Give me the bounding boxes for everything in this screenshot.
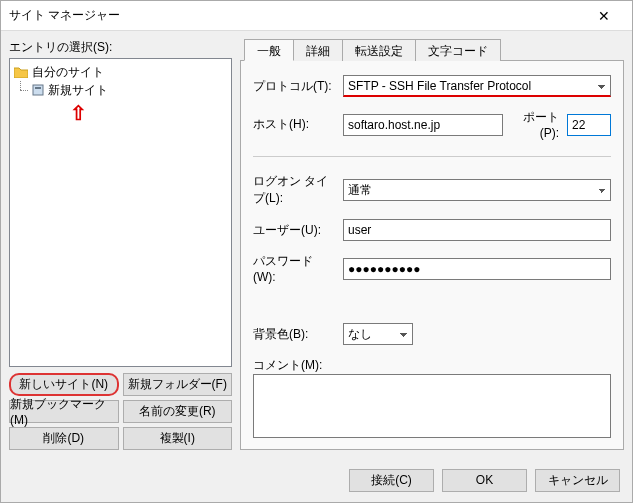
password-label: パスワード(W): <box>253 253 335 284</box>
logon-label: ログオン タイプ(L): <box>253 173 335 207</box>
user-label: ユーザー(U): <box>253 222 335 239</box>
connect-button[interactable]: 接続(C) <box>349 469 434 492</box>
ok-button[interactable]: OK <box>442 469 527 492</box>
new-site-button[interactable]: 新しいサイト(N) <box>9 373 119 396</box>
site-manager-window: サイト マネージャー ✕ エントリの選択(S): 自分のサイト 新規サイト ⇧ … <box>0 0 633 503</box>
dialog-footer: 接続(C) OK キャンセル <box>1 458 632 502</box>
site-tree[interactable]: 自分のサイト 新規サイト ⇧ <box>9 58 232 367</box>
host-label: ホスト(H): <box>253 116 335 133</box>
comment-label: コメント(M): <box>253 357 611 374</box>
tree-root[interactable]: 自分のサイト <box>12 63 229 81</box>
tree-item-new-site[interactable]: 新規サイト <box>12 81 229 99</box>
tree-root-label: 自分のサイト <box>32 64 104 81</box>
svg-rect-1 <box>35 87 41 89</box>
entry-label: エントリの選択(S): <box>9 39 232 56</box>
protocol-select[interactable]: SFTP - SSH File Transfer Protocol <box>343 75 611 97</box>
close-button[interactable]: ✕ <box>584 2 624 30</box>
user-input[interactable] <box>343 219 611 241</box>
window-title: サイト マネージャー <box>9 7 584 24</box>
host-input[interactable] <box>343 114 503 136</box>
titlebar: サイト マネージャー ✕ <box>1 1 632 31</box>
port-label: ポート(P): <box>511 109 559 140</box>
logon-select[interactable]: 通常 <box>343 179 611 201</box>
cancel-button[interactable]: キャンセル <box>535 469 620 492</box>
rename-button[interactable]: 名前の変更(R) <box>123 400 233 423</box>
delete-button[interactable]: 削除(D) <box>9 427 119 450</box>
bgcolor-select[interactable]: なし <box>343 323 413 345</box>
general-panel: プロトコル(T): SFTP - SSH File Transfer Proto… <box>240 60 624 450</box>
tab-general[interactable]: 一般 <box>244 39 294 61</box>
password-input[interactable] <box>343 258 611 280</box>
protocol-label: プロトコル(T): <box>253 78 335 95</box>
tabs: 一般 詳細 転送設定 文字コード <box>244 39 624 61</box>
divider <box>253 156 611 157</box>
port-input[interactable] <box>567 114 611 136</box>
tree-item-label: 新規サイト <box>48 82 108 99</box>
tab-charset[interactable]: 文字コード <box>415 39 501 61</box>
comment-textarea[interactable] <box>253 374 611 438</box>
server-icon <box>32 84 44 96</box>
bgcolor-label: 背景色(B): <box>253 326 335 343</box>
new-bookmark-button[interactable]: 新規ブックマーク(M) <box>9 400 119 423</box>
folder-icon <box>14 66 28 78</box>
new-folder-button[interactable]: 新規フォルダー(F) <box>123 373 233 396</box>
duplicate-button[interactable]: 複製(I) <box>123 427 233 450</box>
tab-detail[interactable]: 詳細 <box>293 39 343 61</box>
svg-rect-0 <box>33 85 43 95</box>
tab-transfer[interactable]: 転送設定 <box>342 39 416 61</box>
annotation-arrow: ⇧ <box>70 101 87 125</box>
